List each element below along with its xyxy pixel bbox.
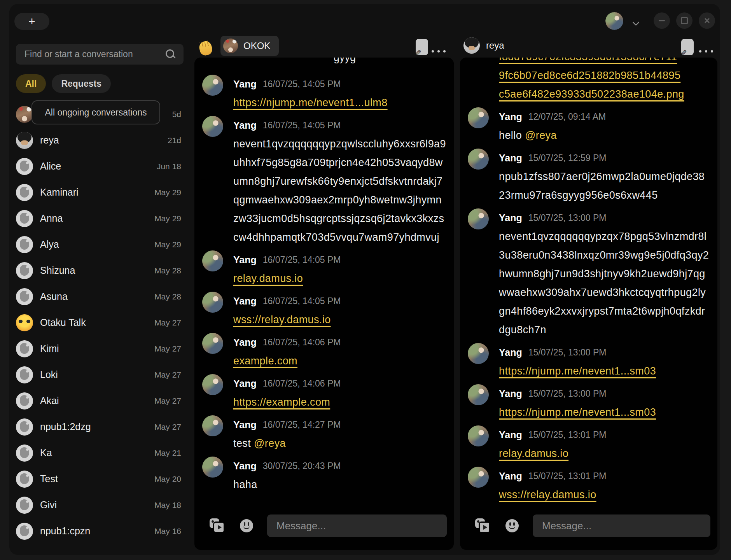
- minimize-button[interactable]: [654, 12, 670, 29]
- chat-left-notes-icon[interactable]: [416, 39, 428, 55]
- message: Yang16/07/25, 14:05 PMnevent1qvzqqqqqqyp…: [202, 116, 447, 247]
- message-link[interactable]: c5ae6f482e93933d502238ae104e.png: [499, 85, 684, 103]
- conversation-avatar: [16, 523, 33, 540]
- new-conversation-button[interactable]: +: [14, 13, 49, 30]
- message: Yang16/07/25, 14:27 PMtest @reya: [202, 415, 447, 453]
- conversation-row[interactable]: ShizunaMay 28: [16, 257, 184, 284]
- message-timestamp: 16/07/25, 14:06 PM: [263, 337, 341, 348]
- conversation-date: 21d: [168, 136, 184, 145]
- message-author: Yang: [233, 337, 257, 348]
- message-avatar[interactable]: [468, 107, 489, 128]
- conversation-list: 5dreya21dAliceJun 18KaminariMay 29AnnaMa…: [16, 101, 184, 544]
- current-user-avatar[interactable]: [605, 12, 623, 30]
- conversation-row[interactable]: GiviMay 18: [16, 492, 184, 518]
- conversation-name: Shizuna: [40, 265, 75, 276]
- message-link[interactable]: 9fc6b07ed8ce6d251882b9851b44895: [499, 66, 680, 85]
- message: Yang16/07/25, 14:06 PMexample.com: [202, 333, 447, 370]
- message-link[interactable]: example.com: [233, 355, 297, 367]
- message-timestamp: 15/07/25, 13:01 PM: [528, 430, 607, 440]
- close-button[interactable]: [699, 12, 715, 29]
- conversation-row[interactable]: KaminariMay 29: [16, 179, 184, 205]
- conversation-row[interactable]: LokiMay 27: [16, 362, 184, 388]
- attach-media-icon[interactable]: [210, 518, 225, 534]
- message-list[interactable]: Yang16/07/25, 14:05 PMhttps://njump.me/n…: [194, 58, 454, 516]
- conversation-row[interactable]: reya21d: [16, 127, 184, 153]
- conversation-name: Test: [40, 473, 58, 485]
- search-input[interactable]: [16, 49, 165, 60]
- message-avatar[interactable]: [468, 384, 489, 405]
- chat-left-menu-icon[interactable]: [432, 50, 451, 53]
- message-author: Yang: [233, 254, 257, 266]
- message-link[interactable]: https://njump.me/nevent1...sm03: [499, 365, 656, 377]
- app-window: + All Requests 5dreya21dAliceJun 18Kamin…: [9, 4, 720, 555]
- conversation-row[interactable]: TestMay 20: [16, 466, 184, 492]
- message-avatar[interactable]: [202, 415, 223, 436]
- message-link[interactable]: https://example.com: [233, 396, 330, 408]
- conversation-row[interactable]: KaMay 21: [16, 440, 184, 466]
- message-link[interactable]: https://njump.me/nevent1...ulm8: [233, 97, 388, 108]
- message-avatar[interactable]: [468, 343, 489, 364]
- message-avatar[interactable]: [202, 457, 223, 478]
- conversation-avatar: [16, 471, 33, 488]
- message-input[interactable]: [267, 514, 447, 537]
- maximize-button[interactable]: [676, 12, 693, 29]
- message-body: https://example.com: [233, 393, 447, 411]
- message-avatar[interactable]: [468, 425, 489, 446]
- message-avatar[interactable]: [202, 116, 223, 137]
- message-author: Yang: [233, 79, 257, 90]
- conversation-row[interactable]: AkaiMay 27: [16, 388, 184, 414]
- conversation-row[interactable]: AlyaMay 29: [16, 231, 184, 257]
- conversation-row[interactable]: npub1:2dzgMay 27: [16, 414, 184, 440]
- conversation-row[interactable]: npub1:cpznMay 16: [16, 518, 184, 544]
- message-avatar[interactable]: [202, 250, 223, 271]
- message: Yang15/07/25, 13:00 PMhttps://njump.me/n…: [468, 384, 710, 422]
- message: Yang15/07/25, 12:59 PMnpub1zfss807aer0j2…: [468, 149, 710, 205]
- mention-link[interactable]: @reya: [254, 438, 286, 449]
- message-link[interactable]: wss://relay.damus.io: [233, 314, 331, 326]
- message-avatar[interactable]: [202, 333, 223, 354]
- message-link[interactable]: https://njump.me/nevent1...sm03: [499, 406, 656, 418]
- conversation-row[interactable]: AnnaMay 29: [16, 205, 184, 231]
- message: Yang16/07/25, 14:05 PMwss://relay.damus.…: [202, 292, 447, 329]
- conversation-row[interactable]: Otaku TalkMay 27: [16, 310, 184, 336]
- emoji-picker-icon[interactable]: [505, 519, 519, 532]
- message-body: nevent1qvzqqqqqqypzqwlsccluhy6xxsr6l9a9u…: [233, 135, 447, 247]
- conversation-row[interactable]: AsunaMay 28: [16, 284, 184, 310]
- tab-requests[interactable]: Requests: [52, 74, 111, 93]
- message-body: npub1zfss807aer0j26mwp2la0ume0jqde3823rm…: [499, 167, 710, 205]
- message-body: https://njump.me/nevent1...ulm8: [233, 93, 447, 112]
- emoji-picker-icon[interactable]: [240, 519, 253, 532]
- message-link[interactable]: relay.damus.io: [499, 448, 568, 459]
- conversation-name: Otaku Talk: [40, 317, 86, 328]
- conversation-row[interactable]: AliceJun 18: [16, 153, 184, 179]
- message-avatar[interactable]: [468, 208, 489, 229]
- conversation-date: May 28: [154, 266, 184, 275]
- chat-right-peer-chip[interactable]: reya: [463, 37, 504, 54]
- mention-link[interactable]: @reya: [525, 130, 557, 141]
- message-body: https://njump.me/nevent1...sm03: [499, 403, 710, 422]
- message-timestamp: 15/07/25, 13:00 PM: [528, 388, 607, 399]
- message-timestamp: 16/07/25, 14:05 PM: [263, 296, 341, 306]
- message: Yang15/07/25, 13:00 PMnevent1qvzqqqqqqyp…: [468, 208, 710, 339]
- attach-media-icon[interactable]: [475, 518, 491, 534]
- message-author: Yang: [499, 471, 522, 482]
- chat-right-menu-icon[interactable]: [699, 50, 719, 53]
- message-avatar[interactable]: [202, 374, 223, 395]
- conversation-date: May 21: [154, 448, 184, 458]
- message-link[interactable]: relay.damus.io: [233, 273, 303, 284]
- conversation-row[interactable]: KimiMay 27: [16, 336, 184, 362]
- chat-right-notes-icon[interactable]: [681, 39, 694, 55]
- message-avatar[interactable]: [468, 467, 489, 488]
- chevron-down-icon[interactable]: [633, 19, 639, 26]
- tab-all[interactable]: All: [16, 74, 46, 93]
- message-avatar[interactable]: [202, 75, 223, 96]
- conversation-name: Kaminari: [40, 187, 79, 198]
- message-avatar[interactable]: [202, 292, 223, 313]
- message-avatar[interactable]: [468, 149, 489, 170]
- message-list[interactable]: f8dd769c762fc83393d6f13386/7e7119fc6b07e…: [460, 58, 717, 516]
- message-link[interactable]: f8dd769c762fc83393d6f13386/7e711: [499, 58, 677, 66]
- chat-left-peer-chip[interactable]: OKOK: [220, 36, 279, 56]
- message-input[interactable]: [533, 514, 710, 537]
- message-timestamp: 15/07/25, 13:00 PM: [528, 347, 607, 358]
- message-link[interactable]: wss://relay.damus.io: [499, 489, 596, 500]
